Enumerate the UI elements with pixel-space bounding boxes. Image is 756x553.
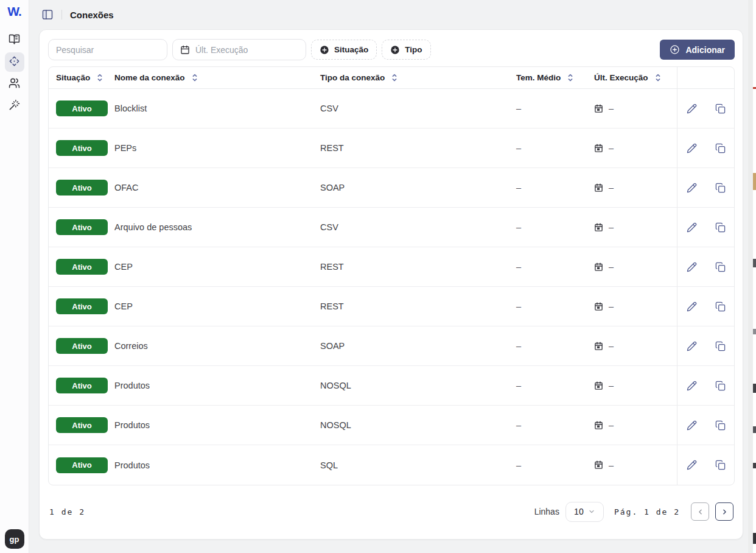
table-row: Ativo Produtos NOSQL – –: [49, 406, 734, 445]
toolbar: Situação Tipo Adicionar: [48, 39, 735, 60]
connections-card: Situação Tipo Adicionar Situação: [39, 29, 743, 540]
chevrons-up-down-icon[interactable]: [191, 73, 198, 82]
column-label: Tem. Médio: [516, 73, 561, 82]
calendar-icon: [594, 183, 603, 192]
sidebar-item-magic[interactable]: [5, 96, 24, 116]
rows-per-page-select[interactable]: 10: [565, 502, 604, 522]
calendar-icon: [594, 460, 603, 470]
duplicate-button[interactable]: [714, 379, 727, 392]
column-header-actions: [677, 67, 734, 88]
cell-situacao: Ativo: [49, 259, 114, 275]
add-connection-button[interactable]: Adicionar: [660, 40, 735, 60]
edit-button[interactable]: [685, 261, 698, 273]
cell-ult-execucao: –: [594, 262, 677, 272]
pencil-icon: [687, 460, 697, 470]
cell-ult-execucao: –: [594, 143, 677, 153]
last-execution-date-field[interactable]: [195, 45, 298, 55]
pencil-icon: [687, 262, 697, 272]
cell-situacao: Ativo: [49, 140, 114, 156]
table-row: Ativo Correios SOAP – –: [49, 326, 734, 366]
edit-button[interactable]: [685, 419, 698, 432]
users-icon: [9, 77, 20, 91]
duplicate-button[interactable]: [714, 300, 727, 313]
cell-ult-execucao: –: [594, 420, 677, 430]
next-page-button[interactable]: [715, 502, 733, 521]
edit-button[interactable]: [685, 379, 698, 392]
calendar-icon: [594, 144, 603, 153]
cell-tipo: SQL: [320, 460, 516, 470]
column-label: Tipo da conexão: [320, 73, 385, 82]
cell-tem-medio: –: [516, 104, 594, 113]
chevrons-up-down-icon[interactable]: [654, 73, 662, 82]
table-row: Ativo Produtos SQL – –: [49, 445, 734, 485]
status-badge: Ativo: [56, 338, 108, 354]
duplicate-button[interactable]: [714, 142, 727, 155]
status-badge: Ativo: [56, 259, 108, 275]
chevrons-up-down-icon[interactable]: [391, 73, 398, 82]
edit-button[interactable]: [685, 221, 698, 234]
search-input[interactable]: [48, 39, 167, 60]
duplicate-button[interactable]: [714, 419, 727, 432]
copy-icon: [715, 460, 726, 470]
cell-nome: Correios: [114, 341, 320, 351]
status-badge: Ativo: [56, 457, 108, 473]
plus-circle-filled-icon: [320, 45, 329, 55]
cell-ult-execucao: –: [594, 460, 677, 470]
copy-icon: [715, 341, 726, 351]
table-header-row: Situação Nome da conexão Tipo da conexão…: [49, 67, 734, 89]
chevrons-up-down-icon[interactable]: [96, 73, 103, 82]
column-label: Situação: [56, 73, 90, 82]
cell-tem-medio: –: [516, 420, 594, 430]
calendar-icon: [594, 262, 603, 272]
cell-ult-execucao: –: [594, 381, 677, 390]
cell-ult-execucao: –: [594, 341, 677, 351]
calendar-icon: [594, 421, 603, 430]
last-execution-date-input[interactable]: [172, 39, 306, 60]
panel-left-icon[interactable]: [41, 9, 54, 21]
calendar-icon: [594, 104, 603, 113]
edit-button[interactable]: [685, 340, 698, 353]
copy-icon: [715, 104, 726, 114]
pencil-icon: [687, 301, 697, 312]
cell-tipo: REST: [320, 301, 516, 311]
cell-tem-medio: –: [516, 222, 594, 232]
cell-actions: [677, 326, 734, 365]
pencil-icon: [687, 104, 697, 114]
sidebar-item-library[interactable]: [5, 30, 24, 50]
pencil-icon: [687, 222, 697, 233]
pencil-icon: [687, 143, 697, 153]
chevrons-up-down-icon[interactable]: [567, 73, 574, 82]
duplicate-button[interactable]: [714, 181, 727, 194]
filter-situacao-chip[interactable]: Situação: [311, 40, 377, 60]
filter-tipo-label: Tipo: [405, 45, 422, 54]
duplicate-button[interactable]: [714, 221, 727, 234]
duplicate-button[interactable]: [714, 459, 727, 471]
edit-button[interactable]: [685, 459, 698, 471]
user-avatar[interactable]: gp: [5, 529, 24, 549]
duplicate-button[interactable]: [714, 340, 727, 353]
plus-circle-outline-icon: [670, 44, 680, 55]
duplicate-button[interactable]: [714, 261, 727, 273]
cell-actions: [677, 366, 734, 405]
filter-tipo-chip[interactable]: Tipo: [382, 40, 430, 60]
wand-sparkles-icon: [9, 99, 20, 113]
cell-situacao: Ativo: [49, 298, 114, 314]
cell-nome: CEP: [114, 262, 320, 272]
edit-button[interactable]: [685, 181, 698, 194]
duplicate-button[interactable]: [714, 102, 727, 115]
previous-page-button[interactable]: [691, 502, 709, 521]
table-row: Ativo Produtos NOSQL – –: [49, 366, 734, 406]
cell-actions: [677, 406, 734, 445]
left-rail: W.: [0, 0, 29, 553]
edit-button[interactable]: [685, 142, 698, 155]
cell-nome: Blocklist: [114, 104, 320, 113]
status-badge: Ativo: [56, 219, 108, 235]
cell-actions: [677, 208, 734, 247]
date-value: –: [609, 420, 614, 430]
sidebar-item-users[interactable]: [5, 74, 24, 94]
copy-icon: [715, 301, 726, 312]
sidebar-item-connections[interactable]: [5, 52, 24, 72]
edit-button[interactable]: [685, 300, 698, 313]
column-header-tipo: Tipo da conexão: [320, 73, 516, 82]
edit-button[interactable]: [685, 102, 698, 115]
